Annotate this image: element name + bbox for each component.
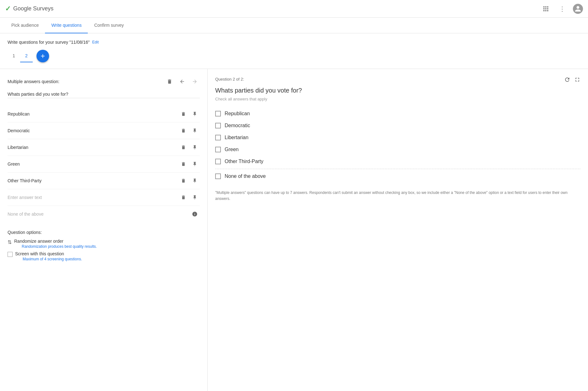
screen-checkbox[interactable] [8, 252, 13, 257]
answer-icons-green [178, 159, 200, 169]
preview-title: Whats parties did you vote for? [215, 87, 580, 94]
screen-option-row: Screen with this question Maximum of 4 s… [8, 251, 200, 261]
avatar[interactable] [573, 4, 583, 14]
title-prefix: Write questions for your survey [8, 40, 70, 45]
fullscreen-button[interactable] [574, 76, 580, 84]
question-tabs: 1 2 + [8, 50, 580, 62]
preview-checkbox-none[interactable] [215, 173, 221, 179]
answer-text-placeholder: Enter answer text [8, 195, 178, 200]
content-area: Write questions for your survey "11/08/1… [0, 33, 588, 69]
question-tab-1[interactable]: 1 [8, 50, 20, 62]
preview-checkbox-thirdparty[interactable] [215, 159, 221, 164]
pin-thirdparty-button[interactable] [190, 176, 200, 186]
question-options-label: Question options: [8, 230, 200, 235]
preview-divider [215, 169, 580, 169]
question-text-input[interactable] [8, 90, 200, 98]
pin-placeholder-button[interactable] [190, 192, 200, 202]
none-of-above-label: None of the above [8, 212, 43, 217]
edit-link[interactable]: Edit [92, 40, 99, 44]
preview-label-democratic: Democratic [225, 123, 250, 128]
logo-check-icon: ✓ [5, 5, 11, 13]
action-icons [165, 76, 200, 87]
answer-icons-thirdparty [178, 176, 200, 186]
answer-icons-libertarian [178, 142, 200, 152]
answer-row-democratic: Democratic [8, 122, 200, 139]
pin-green-button[interactable] [190, 159, 200, 169]
preview-option-thirdparty: Other Third-Party [215, 156, 580, 167]
right-panel: Question 2 of 2: Whats parties did you v… [208, 69, 588, 391]
preview-checkbox-libertarian[interactable] [215, 135, 221, 140]
preview-option-republican: Republican [215, 108, 580, 120]
screen-note-link[interactable]: Maximum of 4 screening questions. [23, 257, 82, 261]
preview-option-none: None of the above [215, 170, 580, 182]
apps-icon-button[interactable] [540, 3, 552, 14]
pin-democratic-button[interactable] [190, 126, 200, 136]
add-question-button[interactable]: + [36, 50, 49, 62]
none-of-above-row: None of the above [8, 206, 200, 222]
preview-subtitle: Check all answers that apply [215, 97, 580, 101]
screen-label: Screen with this question [15, 251, 64, 256]
answer-icons-republican [178, 109, 200, 119]
question-tab-2[interactable]: 2 [20, 50, 33, 62]
answer-row-placeholder: Enter answer text [8, 189, 200, 206]
answer-icons-democratic [178, 126, 200, 136]
tab-write-questions[interactable]: Write questions [45, 18, 88, 33]
answer-text-republican: Republican [8, 111, 178, 116]
delete-democratic-button[interactable] [178, 126, 188, 136]
answer-row-green: Green [8, 156, 200, 173]
delete-question-button[interactable] [165, 76, 175, 87]
preview-note: "Multiple answers" questions can have up… [215, 190, 580, 202]
answer-text-thirdparty: Other Third-Party [8, 178, 178, 183]
pin-republican-button[interactable] [190, 109, 200, 119]
refresh-preview-button[interactable] [564, 76, 570, 84]
preview-meta: Question 2 of 2: [215, 77, 244, 82]
delete-libertarian-button[interactable] [178, 142, 188, 152]
randomize-label: Randomize answer order [14, 239, 63, 244]
answer-text-democratic: Democratic [8, 128, 178, 133]
randomize-option-row: ⇅ Randomize answer order Randomization p… [8, 239, 200, 249]
header: ✓ Google Surveys ⋮ [0, 0, 588, 18]
answer-icons-placeholder [178, 192, 200, 202]
tab-pick-audience[interactable]: Pick audience [5, 18, 45, 33]
preview-checkbox-green[interactable] [215, 147, 221, 152]
preview-option-green: Green [215, 144, 580, 156]
tab-confirm-survey[interactable]: Confirm survey [88, 18, 130, 33]
header-right: ⋮ [540, 3, 583, 14]
grid-icon [543, 6, 548, 11]
more-icon: ⋮ [559, 5, 565, 13]
delete-thirdparty-button[interactable] [178, 176, 188, 186]
survey-title-text: Write questions for your survey "11/08/1… [8, 40, 90, 45]
none-info-button[interactable] [190, 209, 200, 219]
delete-placeholder-button[interactable] [178, 192, 188, 202]
preview-label-thirdparty: Other Third-Party [225, 159, 263, 164]
answer-row-republican: Republican [8, 106, 200, 122]
preview-checkbox-democratic[interactable] [215, 123, 221, 128]
randomize-note-link[interactable]: Randomization produces best quality resu… [22, 244, 97, 249]
preview-label-libertarian: Libertarian [225, 135, 249, 140]
answer-row-thirdparty: Other Third-Party [8, 173, 200, 189]
answer-text-green: Green [8, 162, 178, 167]
preview-option-libertarian: Libertarian [215, 132, 580, 144]
logo-text: Google Surveys [13, 5, 53, 12]
preview-label-none: None of the above [225, 173, 266, 179]
arrow-right-button[interactable] [190, 76, 200, 87]
answer-row-libertarian: Libertarian [8, 139, 200, 156]
title-name: "11/08/16" [70, 40, 90, 45]
delete-republican-button[interactable] [178, 109, 188, 119]
main-layout: Multiple answers question: Republican [0, 69, 588, 391]
randomize-icon: ⇅ [8, 239, 12, 245]
screen-content: Screen with this question Maximum of 4 s… [15, 251, 82, 261]
answer-text-libertarian: Libertarian [8, 145, 178, 150]
randomize-content: Randomize answer order Randomization pro… [14, 239, 97, 249]
more-options-button[interactable]: ⋮ [557, 3, 568, 14]
preview-option-democratic: Democratic [215, 120, 580, 132]
preview-label-green: Green [225, 147, 238, 152]
survey-title-row: Write questions for your survey "11/08/1… [8, 40, 580, 45]
left-panel: Multiple answers question: Republican [0, 69, 208, 391]
pin-libertarian-button[interactable] [190, 142, 200, 152]
question-type-row: Multiple answers question: [8, 76, 200, 87]
preview-checkbox-republican[interactable] [215, 111, 221, 116]
question-options-section: Question options: ⇅ Randomize answer ord… [8, 230, 200, 261]
delete-green-button[interactable] [178, 159, 188, 169]
arrow-left-button[interactable] [177, 76, 187, 87]
